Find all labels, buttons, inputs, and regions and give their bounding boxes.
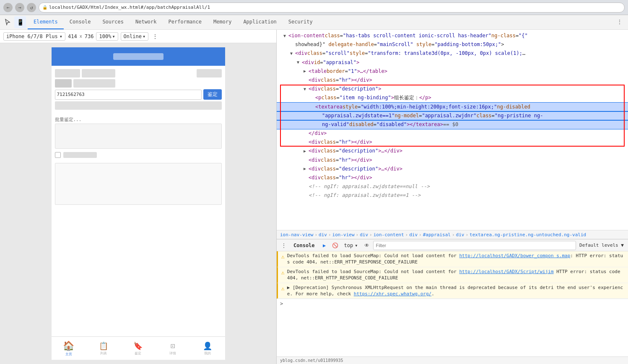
html-line-8[interactable]: <p class="item ng-binding">组长鉴定：</p>: [277, 93, 628, 102]
sourcemap-link-2[interactable]: http://localhost/GADX/Script/wijim: [459, 269, 553, 274]
network-chevron-icon: ▾: [143, 34, 145, 39]
console-panel: ⋮ Console ▶ 🚫 top ▾ 👁 Default levels ▼ ⚠…: [277, 239, 628, 356]
html-line-10[interactable]: "appraisal.zwjdstate==1" ng-model="appra…: [277, 111, 628, 120]
bottom-nav: 🏠 主页 📋 列表 🔖 鉴定 ⊡ 详情: [52, 336, 225, 360]
html-line-7[interactable]: <div class="description">: [277, 85, 628, 93]
refresh-button[interactable]: ↺: [27, 3, 36, 12]
expand-icon-1[interactable]: [283, 33, 288, 39]
html-line-16[interactable]: <div class="description">…</div>: [277, 165, 628, 173]
home-icon: 🏠: [63, 341, 74, 351]
console-run-icon[interactable]: ▶: [320, 241, 329, 250]
bc-div-1[interactable]: div: [319, 232, 327, 238]
expand-icon-5[interactable]: [304, 68, 309, 75]
warning-icon-3: ⚠: [281, 285, 285, 292]
html-line-6[interactable]: <div class="hr"></div>: [277, 76, 628, 85]
html-line-18[interactable]: <!-- ngIf: appraisal.zwjdstate==null -->: [277, 182, 628, 191]
bc-ion-view[interactable]: ion-view: [332, 232, 355, 238]
console-more-button[interactable]: ⋮: [279, 241, 288, 250]
cell-blur-3: [197, 69, 222, 77]
html-line-4[interactable]: <div id="appraisal">: [277, 58, 628, 67]
forward-button[interactable]: →: [15, 3, 24, 12]
nav-profile[interactable]: 👤 我的: [190, 337, 225, 360]
console-msg-text-2: DevTools failed to load SourceMap: Could…: [287, 268, 625, 281]
bc-ion-nav-view[interactable]: ion-nav-view: [280, 232, 313, 238]
nav-appraisal[interactable]: 🔖 鉴定: [121, 337, 156, 360]
id-value: 7121562763: [57, 92, 85, 97]
console-msg-text-3: ▶ [Deprecation] Synchronous XMLHttpReque…: [287, 284, 625, 297]
html-line-3[interactable]: <div class="scroll" style="transform: tr…: [277, 49, 628, 58]
zoom-selector[interactable]: 100% ▾: [96, 32, 118, 41]
html-line-2[interactable]: showhead}" delegate-handle="mainScroll" …: [277, 40, 628, 49]
breadcrumb-bar: ion-nav-view › div › ion-view › div › io…: [277, 230, 628, 239]
html-line-12[interactable]: </div>: [277, 129, 628, 138]
elements-panel[interactable]: <ion-content class="has-tabs scroll-cont…: [277, 30, 628, 230]
html-line-1[interactable]: <ion-content class="has-tabs scroll-cont…: [277, 31, 628, 40]
bc-ion-content[interactable]: ion-content: [374, 232, 404, 238]
eye-icon[interactable]: 👁: [362, 241, 371, 250]
html-line-15[interactable]: <div class="hr"></div>: [277, 156, 628, 165]
dimension-separator: x: [80, 34, 82, 39]
cell-blur-1: [55, 69, 80, 77]
more-tabs-button[interactable]: ⋮: [611, 15, 628, 29]
html-line-19[interactable]: <!-- ngIf: appraisal.zwjdstate==1 -->: [277, 191, 628, 200]
inspect-element-icon[interactable]: [2, 16, 13, 28]
sourcemap-link-1[interactable]: http://localhost/GADX/bower_compon s.map: [459, 253, 570, 258]
expand-icon-16[interactable]: [304, 165, 309, 172]
nav-detail[interactable]: ⊡ 详情: [156, 337, 190, 360]
checkbox-row-1: [55, 152, 222, 158]
warning-icon-1: ⚠: [281, 253, 285, 261]
device-toggle-icon[interactable]: 📱: [14, 16, 26, 28]
console-msg-1: ⚠ DevTools failed to load SourceMap: Cou…: [277, 251, 628, 267]
tab-sources[interactable]: Sources: [96, 15, 130, 29]
console-prompt-input[interactable]: [285, 301, 625, 307]
nav-home[interactable]: 🏠 主页: [52, 337, 86, 360]
expand-icon-3[interactable]: [290, 50, 295, 57]
large-textarea[interactable]: [55, 163, 222, 205]
tab-application[interactable]: Application: [237, 15, 282, 29]
bc-div-4[interactable]: div: [456, 232, 465, 238]
tab-network[interactable]: Network: [130, 15, 163, 29]
bc-textarea[interactable]: textarea.ng-pristine.ng-untouched.ng-val…: [470, 232, 586, 238]
bc-div-2[interactable]: div: [360, 232, 368, 238]
expand-icon-14[interactable]: [304, 148, 309, 155]
emulator-more-button[interactable]: ⋮: [153, 34, 158, 39]
profile-icon: 👤: [203, 341, 212, 350]
html-line-9-textarea[interactable]: <textarea style="width:100%;min-height:2…: [277, 103, 628, 111]
console-levels-selector[interactable]: Default levels ▼: [578, 243, 625, 248]
html-line-13[interactable]: <div class="hr"></div>: [277, 138, 628, 147]
device-selector[interactable]: iPhone 6/7/8 Plus ▾: [3, 32, 65, 41]
console-clear-icon[interactable]: 🚫: [331, 241, 340, 250]
console-prompt-row: >: [277, 299, 628, 308]
phone-panel: iPhone 6/7/8 Plus ▾ 414 x 736 100% ▾ Onl…: [0, 30, 277, 364]
deprecation-link[interactable]: https://xhr.spec.whatwg.org/: [354, 291, 431, 297]
id-row: 7121562763 鉴定: [55, 89, 222, 100]
bc-appraisal[interactable]: #appraisal: [423, 232, 451, 238]
network-throttle-selector[interactable]: Online ▾: [121, 32, 149, 41]
tab-elements[interactable]: Elements: [28, 15, 64, 29]
html-line-17[interactable]: <div class="hr"></div>: [277, 173, 628, 182]
console-filter-input[interactable]: [373, 241, 576, 250]
tab-security[interactable]: Security: [283, 15, 319, 29]
html-line-11[interactable]: ng-valid" disabled="disabled"></textarea…: [277, 120, 628, 129]
tab-performance[interactable]: Performance: [163, 15, 208, 29]
console-msg-2: ⚠ DevTools failed to load SourceMap: Cou…: [277, 267, 628, 283]
expand-icon-4[interactable]: [297, 59, 302, 66]
html-line-5[interactable]: <table border="1">…</table>: [277, 67, 628, 76]
html-line-14[interactable]: <div class="description">…</div>: [277, 147, 628, 155]
appraisal-button[interactable]: 鉴定: [203, 89, 222, 100]
tab-memory[interactable]: Memory: [208, 15, 237, 29]
cell-blur-5: [73, 79, 115, 88]
id-input[interactable]: 7121562763: [55, 90, 202, 100]
url-bar[interactable]: 🔒 localhost/GADX/Html/Index_wx.html#/app…: [39, 3, 625, 13]
bc-div-3[interactable]: div: [409, 232, 418, 238]
context-selector: top ▾: [342, 243, 361, 248]
nav-list-label: 列表: [100, 351, 107, 356]
nav-list[interactable]: 📋 列表: [86, 337, 121, 360]
browser-bar: ← → ↺ 🔒 localhost/GADX/Html/Index_wx.htm…: [0, 0, 628, 15]
section-area: 批量鉴定...: [52, 115, 225, 150]
back-button[interactable]: ←: [3, 3, 13, 12]
checkbox-1[interactable]: [55, 152, 61, 158]
expand-icon-7[interactable]: [304, 86, 309, 93]
device-chevron-icon: ▾: [60, 34, 62, 39]
tab-console[interactable]: Console: [64, 15, 97, 29]
